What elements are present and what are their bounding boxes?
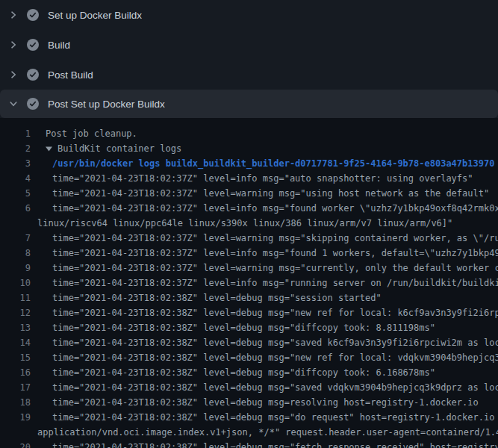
log-line: 5 time="2021-04-23T18:02:37Z" level=warn… — [0, 186, 498, 201]
line-number[interactable]: 16 — [0, 365, 31, 380]
log-line-text: time="2021-04-23T18:02:38Z" level=debug … — [52, 290, 382, 305]
log-line: 15 time="2021-04-23T18:02:38Z" level=deb… — [0, 350, 498, 365]
log-line-text: time="2021-04-23T18:02:38Z" level=debug … — [52, 395, 479, 410]
line-number[interactable]: 9 — [0, 261, 31, 276]
log-line-text: time="2021-04-23T18:02:38Z" level=debug … — [52, 305, 498, 320]
log-line: 20 time="2021-04-23T18:02:38Z" level=deb… — [0, 440, 498, 448]
log-line: application/vnd.oci.image.index.v1+json,… — [0, 425, 498, 440]
step-row-2[interactable]: Post Build — [0, 60, 498, 90]
log-line: 19 time="2021-04-23T18:02:38Z" level=deb… — [0, 410, 498, 425]
log-line-text: time="2021-04-23T18:02:38Z" level=debug … — [52, 365, 435, 380]
log-line: 13 time="2021-04-23T18:02:38Z" level=deb… — [0, 320, 498, 335]
steps-list: Set up Docker Buildx Build Post Build Po… — [0, 0, 498, 118]
line-number[interactable] — [0, 425, 31, 440]
step-label: Set up Docker Buildx — [48, 10, 142, 21]
line-number[interactable]: 2 — [0, 141, 31, 156]
log-line: 12 time="2021-04-23T18:02:38Z" level=deb… — [0, 305, 498, 320]
check-circle-icon — [27, 9, 39, 21]
chevron-right-icon[interactable] — [9, 40, 18, 49]
step-label: Post Set up Docker Buildx — [48, 99, 165, 110]
line-number[interactable]: 12 — [0, 305, 31, 320]
log-line-text: time="2021-04-23T18:02:37Z" level=info m… — [52, 201, 498, 216]
line-number[interactable]: 8 — [0, 246, 31, 261]
line-number[interactable]: 17 — [0, 380, 31, 395]
line-number[interactable]: 4 — [0, 171, 31, 186]
log-line-text: time="2021-04-23T18:02:37Z" level=info m… — [52, 171, 473, 186]
log-line-text: time="2021-04-23T18:02:38Z" level=debug … — [52, 440, 498, 448]
log-line: 17 time="2021-04-23T18:02:38Z" level=deb… — [0, 380, 498, 395]
log-line-text: time="2021-04-23T18:02:38Z" level=debug … — [52, 410, 498, 425]
log-line: 9 time="2021-04-23T18:02:37Z" level=warn… — [0, 261, 498, 276]
log-line: 16 time="2021-04-23T18:02:38Z" level=deb… — [0, 365, 498, 380]
log-line: 8 time="2021-04-23T18:02:37Z" level=info… — [0, 246, 498, 261]
line-number[interactable]: 20 — [0, 440, 31, 448]
log-line-text: Post job cleanup. — [46, 126, 137, 141]
actions-log-viewer: Set up Docker Buildx Build Post Build Po… — [0, 0, 498, 448]
chevron-down-icon[interactable] — [9, 99, 18, 108]
line-number[interactable]: 14 — [0, 335, 31, 350]
log-line-text: time="2021-04-23T18:02:38Z" level=debug … — [52, 335, 498, 350]
log-line: linux/riscv64 linux/ppc64le linux/s390x … — [0, 216, 498, 231]
log-line: 14 time="2021-04-23T18:02:38Z" level=deb… — [0, 335, 498, 350]
log-line: 11 time="2021-04-23T18:02:38Z" level=deb… — [0, 290, 498, 305]
line-number[interactable]: 1 — [0, 126, 31, 141]
log-line-text: time="2021-04-23T18:02:38Z" level=debug … — [52, 350, 498, 365]
log-line-text: BuildKit container logs — [57, 141, 181, 156]
log-line: 7 time="2021-04-23T18:02:37Z" level=warn… — [0, 231, 498, 246]
line-number[interactable] — [0, 216, 31, 231]
log-line-text: time="2021-04-23T18:02:38Z" level=debug … — [52, 320, 435, 335]
line-number[interactable]: 15 — [0, 350, 31, 365]
line-number[interactable]: 13 — [0, 320, 31, 335]
step-row-1[interactable]: Build — [0, 30, 498, 60]
log-line: 3 /usr/bin/docker logs buildx_buildkit_b… — [0, 156, 498, 171]
log-line-text: time="2021-04-23T18:02:37Z" level=info m… — [52, 276, 498, 290]
step-row-3[interactable]: Post Set up Docker Buildx — [0, 90, 498, 118]
line-number[interactable]: 3 — [0, 156, 31, 171]
log-line: 6 time="2021-04-23T18:02:37Z" level=info… — [0, 201, 498, 216]
log-line-text: time="2021-04-23T18:02:37Z" level=warnin… — [52, 261, 498, 276]
log-line-text: time="2021-04-23T18:02:37Z" level=info m… — [52, 246, 498, 261]
line-number[interactable]: 5 — [0, 186, 31, 201]
step-row-0[interactable]: Set up Docker Buildx — [0, 0, 498, 30]
line-number[interactable]: 10 — [0, 276, 31, 290]
line-number[interactable]: 7 — [0, 231, 31, 246]
log-line: 1 Post job cleanup. — [0, 126, 498, 141]
chevron-right-icon[interactable] — [9, 10, 18, 19]
line-number[interactable]: 19 — [0, 410, 31, 425]
check-circle-icon — [27, 69, 39, 81]
log-line: 18 time="2021-04-23T18:02:38Z" level=deb… — [0, 395, 498, 410]
check-circle-icon — [27, 98, 39, 110]
log-line: 10 time="2021-04-23T18:02:37Z" level=inf… — [0, 276, 498, 290]
log-line: 4 time="2021-04-23T18:02:37Z" level=info… — [0, 171, 498, 186]
step-label: Post Build — [48, 69, 93, 81]
chevron-right-icon[interactable] — [9, 70, 18, 79]
log-line-text: application/vnd.oci.image.index.v1+json,… — [37, 425, 498, 440]
log-line-text: time="2021-04-23T18:02:37Z" level=warnin… — [52, 231, 498, 246]
step-label: Build — [48, 40, 70, 51]
log-line-text: /usr/bin/docker logs buildx_buildkit_bui… — [52, 156, 494, 171]
collapse-triangle-icon[interactable] — [46, 146, 52, 152]
line-number[interactable]: 18 — [0, 395, 31, 410]
log-area: 1 Post job cleanup. 2 BuildKit container… — [0, 118, 498, 448]
log-line-text: linux/riscv64 linux/ppc64le linux/s390x … — [37, 216, 452, 231]
log-line-text: time="2021-04-23T18:02:38Z" level=debug … — [52, 380, 498, 395]
line-number[interactable]: 11 — [0, 290, 31, 305]
check-circle-icon — [27, 39, 39, 51]
line-number[interactable]: 6 — [0, 201, 31, 216]
log-line: 2 BuildKit container logs — [0, 141, 498, 156]
log-line-text: time="2021-04-23T18:02:37Z" level=warnin… — [52, 186, 489, 201]
